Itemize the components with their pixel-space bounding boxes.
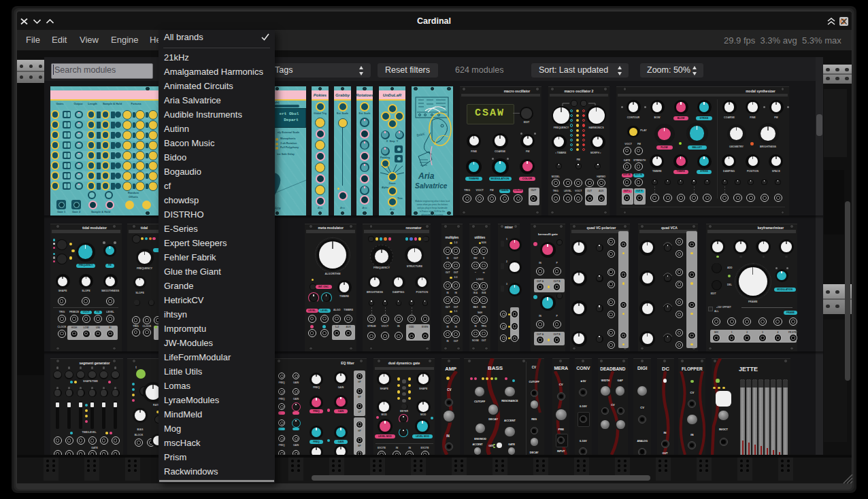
- svg-text:BokK: BokK: [416, 131, 426, 137]
- svg-text:Aria: Aria: [418, 171, 435, 181]
